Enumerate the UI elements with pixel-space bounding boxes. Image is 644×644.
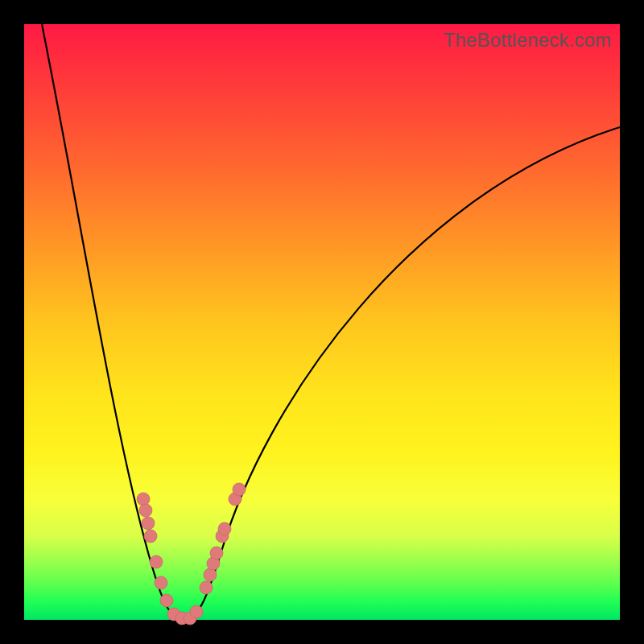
data-marker bbox=[218, 522, 231, 535]
data-marker bbox=[204, 568, 217, 581]
data-marker bbox=[155, 576, 167, 589]
data-marker bbox=[160, 594, 173, 607]
data-marker bbox=[210, 547, 223, 559]
plot-area: TheBottleneck.com bbox=[24, 24, 620, 620]
data-marker bbox=[144, 530, 157, 543]
data-marker bbox=[233, 483, 246, 496]
data-marker bbox=[139, 504, 152, 517]
curve-layer bbox=[24, 24, 620, 620]
data-marker bbox=[190, 605, 203, 618]
data-marker bbox=[137, 493, 150, 506]
bottleneck-curve bbox=[42, 24, 620, 618]
data-marker bbox=[150, 555, 163, 568]
chart-frame: TheBottleneck.com bbox=[0, 0, 644, 644]
marker-group bbox=[137, 483, 246, 625]
data-marker bbox=[142, 517, 155, 530]
data-marker bbox=[200, 581, 213, 594]
